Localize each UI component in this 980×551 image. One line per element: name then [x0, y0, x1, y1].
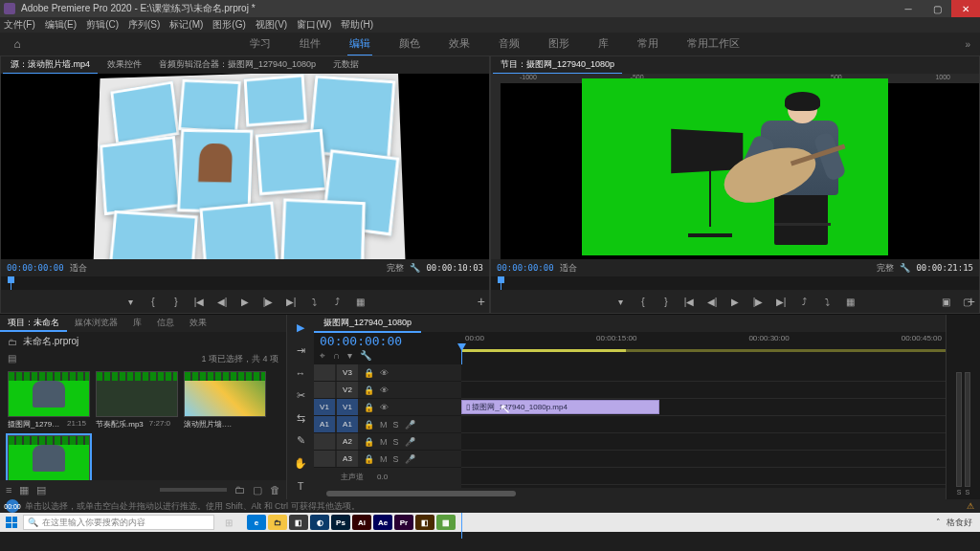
wrench-icon[interactable]: 🔧: [410, 263, 420, 273]
ws-tab-effects[interactable]: 效果: [447, 33, 472, 56]
source-tab-effect-controls[interactable]: 效果控件: [100, 56, 149, 74]
type-tool-icon[interactable]: T: [293, 478, 308, 494]
hand-tool-icon[interactable]: ✋: [293, 456, 308, 472]
zoom-slider[interactable]: [160, 488, 227, 492]
insert-icon[interactable]: ⤵: [307, 295, 321, 308]
pen-tool-icon[interactable]: ✎: [293, 433, 308, 449]
ripple-edit-tool-icon[interactable]: ↔: [293, 365, 308, 381]
ws-tab-library[interactable]: 库: [596, 33, 611, 56]
marker-add-icon[interactable]: ▾: [347, 350, 352, 362]
button-editor-icon[interactable]: +: [478, 294, 485, 309]
ws-tab-assembly[interactable]: 组件: [298, 33, 323, 56]
menu-help[interactable]: 帮助(H): [341, 18, 373, 32]
lock-icon[interactable]: 🔒: [364, 403, 374, 412]
icon-view-icon[interactable]: ▦: [19, 484, 29, 496]
program-tc-in[interactable]: 00:00:00:00: [497, 263, 554, 273]
overwrite-icon[interactable]: ⤴: [330, 295, 344, 308]
filter-icon[interactable]: ▤: [8, 353, 16, 365]
taskbar-app2[interactable]: ◐: [310, 515, 329, 530]
selection-tool-icon[interactable]: ▶: [293, 320, 308, 336]
warning-icon[interactable]: ⚠: [967, 501, 974, 511]
taskbar-aftereffects[interactable]: Ae: [373, 515, 392, 530]
minimize-button[interactable]: ─: [894, 0, 923, 17]
project-item[interactable]: 摄图网_127940_1...21:15: [8, 371, 90, 430]
menu-graphics[interactable]: 图形(G): [212, 18, 245, 32]
taskbar-app1[interactable]: ◧: [289, 515, 308, 530]
lock-icon[interactable]: 🔒: [364, 437, 374, 447]
mic-icon[interactable]: 🎤: [405, 437, 415, 447]
program-fit-dropdown[interactable]: 适合: [560, 262, 577, 275]
track-select-tool-icon[interactable]: ⇥: [293, 343, 308, 359]
lock-icon[interactable]: 🔒: [364, 386, 374, 395]
snap-icon[interactable]: ⌖: [320, 350, 325, 362]
mark-out-icon[interactable]: }: [169, 295, 183, 308]
source-tab-clip[interactable]: 源：滚动照片墙.mp4: [3, 56, 98, 75]
ws-tab-edit[interactable]: 编辑: [347, 33, 372, 56]
go-out-icon[interactable]: ▶|: [284, 295, 298, 308]
tray-chevron-icon[interactable]: ˄: [936, 518, 941, 527]
step-fwd-icon[interactable]: |▶: [261, 295, 275, 308]
lock-icon[interactable]: 🔒: [364, 420, 374, 430]
source-scrub-bar[interactable]: [1, 276, 489, 290]
program-viewer[interactable]: -1000-5005001000: [491, 74, 979, 259]
razor-tool-icon[interactable]: ✂: [293, 388, 308, 404]
src-v1[interactable]: V1: [314, 399, 335, 415]
ws-tab-audio[interactable]: 音频: [497, 33, 522, 56]
ws-tab-common[interactable]: 常用: [635, 33, 660, 56]
menu-sequence[interactable]: 序列(S): [128, 18, 160, 32]
ws-tab-common-workspace[interactable]: 常用工作区: [685, 33, 742, 56]
video-clip[interactable]: ▯ 摄图网_127940_1080p.mp4: [461, 400, 659, 414]
eye-icon[interactable]: 👁: [380, 403, 389, 412]
project-item[interactable]: 节奏配乐.mp37:27:0: [96, 371, 178, 430]
menu-marker[interactable]: 标记(M): [169, 18, 203, 32]
source-quality-dropdown[interactable]: 完整: [387, 262, 404, 275]
settings-icon[interactable]: 🔧: [360, 350, 371, 362]
home-icon[interactable]: ⌂: [10, 36, 25, 52]
sequence-tab[interactable]: 摄图网_127940_1080p: [314, 315, 421, 333]
step-back-icon[interactable]: ◀|: [215, 295, 229, 308]
source-tab-audio-mixer[interactable]: 音频剪辑混合器：摄图网_127940_1080p: [151, 56, 323, 74]
linked-selection-icon[interactable]: ∩: [333, 350, 340, 362]
system-tray[interactable]: ˄ 格食好: [936, 517, 978, 529]
taskbar-premiere[interactable]: Pr: [394, 515, 413, 530]
taskbar-app3[interactable]: ◧: [415, 515, 434, 530]
export-frame-icon[interactable]: ▦: [843, 295, 857, 308]
mark-in-icon[interactable]: {: [636, 295, 650, 308]
media-browser-tab[interactable]: 媒体浏览器: [67, 315, 125, 332]
taskbar-illustrator[interactable]: Ai: [352, 515, 371, 530]
taskbar-edge[interactable]: e: [247, 515, 266, 530]
close-button[interactable]: ✕: [951, 0, 980, 17]
marker-icon[interactable]: ▾: [123, 295, 137, 308]
taskbar-photoshop[interactable]: Ps: [331, 515, 350, 530]
trash-icon[interactable]: 🗑: [270, 484, 280, 496]
source-tc-in[interactable]: 00:00:00:00: [7, 263, 64, 273]
source-viewer[interactable]: [1, 74, 489, 259]
menu-clip[interactable]: 剪辑(C): [86, 18, 119, 32]
lock-icon[interactable]: 🔒: [364, 368, 374, 378]
lift-icon[interactable]: ⤴: [797, 295, 811, 308]
library-tab[interactable]: 库: [125, 315, 149, 332]
ws-tab-graphics[interactable]: 图形: [546, 33, 571, 56]
go-in-icon[interactable]: |◀: [192, 295, 206, 308]
eye-icon[interactable]: 👁: [380, 368, 389, 378]
extract-icon[interactable]: ⤵: [820, 295, 834, 308]
button-editor-icon[interactable]: +: [968, 294, 975, 309]
program-quality-dropdown[interactable]: 完整: [877, 262, 894, 275]
go-out-icon[interactable]: ▶|: [774, 295, 788, 308]
menu-view[interactable]: 视图(V): [256, 18, 287, 32]
mark-out-icon[interactable]: }: [659, 295, 673, 308]
taskbar-explorer[interactable]: 🗀: [268, 515, 287, 530]
src-a1[interactable]: A1: [314, 416, 335, 432]
timeline-zoom-bar[interactable]: [314, 488, 946, 499]
project-tab[interactable]: 项目：未命名: [0, 315, 67, 332]
ws-overflow-icon[interactable]: »: [965, 39, 970, 50]
step-back-icon[interactable]: ◀|: [705, 295, 719, 308]
freeform-view-icon[interactable]: ▤: [36, 484, 46, 496]
slip-tool-icon[interactable]: ⇆: [293, 411, 308, 427]
taskbar-app4[interactable]: ▦: [436, 515, 456, 530]
play-icon[interactable]: ▶: [238, 295, 252, 308]
wrench-icon[interactable]: 🔧: [900, 263, 910, 273]
start-button[interactable]: [2, 514, 21, 531]
comparison-icon[interactable]: ▣: [939, 295, 952, 308]
program-tab[interactable]: 节目：摄图网_127940_1080p: [493, 56, 622, 75]
